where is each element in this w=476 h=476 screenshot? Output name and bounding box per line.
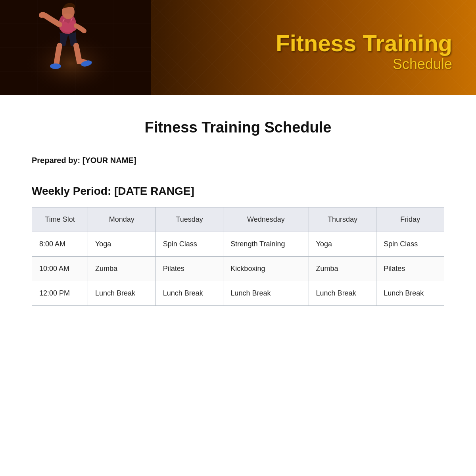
col-header-timeslot: Time Slot: [32, 207, 88, 232]
col-header-thursday: Thursday: [309, 207, 376, 232]
col-header-tuesday: Tuesday: [155, 207, 223, 232]
header-title-line2: Schedule: [276, 56, 452, 73]
document-title: Fitness Training Schedule: [32, 119, 444, 136]
col-header-wednesday: Wednesday: [223, 207, 309, 232]
cell-thursday-1: Yoga: [309, 232, 376, 257]
cell-monday-2: Zumba: [88, 257, 155, 281]
page-content: Fitness Training Schedule Prepared by: […: [0, 95, 476, 322]
cell-time-3: 12:00 PM: [32, 281, 88, 306]
weekly-period-heading: Weekly Period: [DATE RANGE]: [32, 185, 444, 198]
table-header-row: Time Slot Monday Tuesday Wednesday Thurs…: [32, 207, 444, 232]
col-header-monday: Monday: [88, 207, 155, 232]
athlete-silhouette: [0, 0, 151, 95]
header-text-block: Fitness Training Schedule: [276, 23, 476, 73]
cell-time-2: 10:00 AM: [32, 257, 88, 281]
col-header-friday: Friday: [376, 207, 444, 232]
schedule-table: Time Slot Monday Tuesday Wednesday Thurs…: [32, 207, 444, 306]
weekly-period-value: [DATE RANGE]: [114, 185, 194, 197]
cell-monday-3: Lunch Break: [88, 281, 155, 306]
cell-wednesday-2: Kickboxing: [223, 257, 309, 281]
cell-thursday-2: Zumba: [309, 257, 376, 281]
prepared-by-line: Prepared by: [YOUR NAME]: [32, 156, 444, 165]
cell-tuesday-2: Pilates: [155, 257, 223, 281]
cell-wednesday-3: Lunch Break: [223, 281, 309, 306]
prepared-by-label: Prepared by:: [32, 156, 80, 165]
cell-time-1: 8:00 AM: [32, 232, 88, 257]
cell-thursday-3: Lunch Break: [309, 281, 376, 306]
table-row: 8:00 AM Yoga Spin Class Strength Trainin…: [32, 232, 444, 257]
cell-friday-2: Pilates: [376, 257, 444, 281]
cell-tuesday-1: Spin Class: [155, 232, 223, 257]
table-row: 10:00 AM Zumba Pilates Kickboxing Zumba …: [32, 257, 444, 281]
header-banner: Fitness Training Schedule: [0, 0, 476, 95]
weekly-period-label: Weekly Period:: [32, 185, 111, 197]
cell-friday-3: Lunch Break: [376, 281, 444, 306]
header-title-line1: Fitness Training: [276, 31, 452, 56]
cell-monday-1: Yoga: [88, 232, 155, 257]
svg-point-4: [50, 63, 61, 69]
table-row: 12:00 PM Lunch Break Lunch Break Lunch B…: [32, 281, 444, 306]
cell-tuesday-3: Lunch Break: [155, 281, 223, 306]
prepared-by-value: [YOUR NAME]: [83, 156, 136, 165]
cell-friday-1: Spin Class: [376, 232, 444, 257]
cell-wednesday-1: Strength Training: [223, 232, 309, 257]
